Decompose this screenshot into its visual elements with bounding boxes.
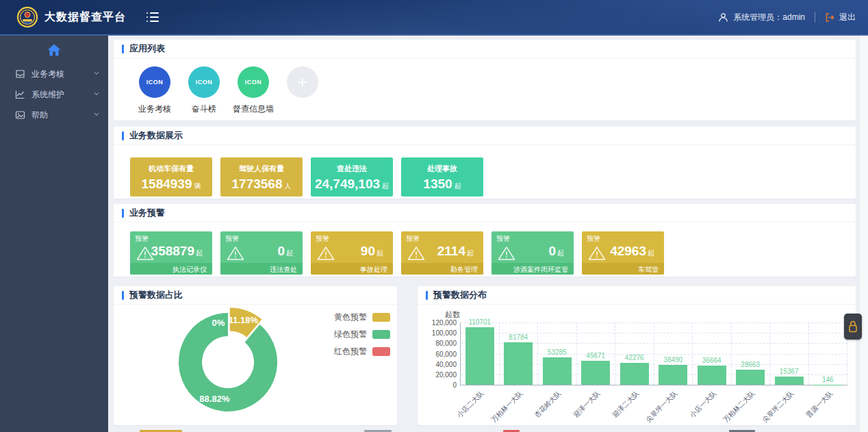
warning-unit: 起 bbox=[467, 249, 474, 257]
pie-percent-label: 11.18% bbox=[229, 315, 259, 325]
title-accent-bar bbox=[426, 291, 428, 300]
data-card-机动车保有量: 机动车保有量1584939辆 bbox=[130, 157, 212, 196]
bar-杏花岭大队[interactable] bbox=[543, 357, 572, 385]
legend-item-绿色预警[interactable]: 绿色预警 bbox=[334, 329, 390, 340]
line-chart-icon bbox=[15, 90, 25, 99]
bar-尖草坪一大队[interactable] bbox=[659, 365, 687, 385]
inbox-icon bbox=[15, 69, 25, 79]
bar-value-label: 146 bbox=[822, 376, 834, 383]
business-warning-title: 业务预警 bbox=[129, 207, 165, 219]
page-scrollbar[interactable] bbox=[859, 36, 868, 432]
bar-value-label: 28663 bbox=[741, 361, 760, 368]
bar-value-label: 38490 bbox=[663, 356, 682, 364]
title-accent-bar bbox=[122, 131, 124, 140]
legend-label: 黄色预警 bbox=[334, 312, 367, 323]
warning-tag: 预警 bbox=[587, 234, 600, 244]
bar-小店一大队[interactable] bbox=[698, 366, 726, 385]
warning-value: 90起 bbox=[361, 244, 383, 259]
bar-小店二大队[interactable] bbox=[465, 327, 494, 385]
sidebar-home-button[interactable] bbox=[0, 36, 108, 63]
warning-card-label: 勤务管理 bbox=[401, 263, 483, 275]
title-accent-bar bbox=[122, 45, 124, 53]
x-band: 尖草坪一大队 bbox=[654, 386, 693, 424]
warning-card-违法查处: 预警0起违法查处 bbox=[220, 231, 303, 275]
data-card-label: 处理事故 bbox=[427, 164, 457, 174]
x-band: 迎泽一大队 bbox=[576, 386, 615, 424]
warning-card-涉酒案件闭环监管: 预警0起涉酒案件闭环监管 bbox=[492, 231, 574, 275]
user-name: admin bbox=[782, 12, 805, 22]
sidebar-item-label: 帮助 bbox=[31, 110, 48, 121]
donut-chart: 11.18%88.82%0% bbox=[173, 307, 283, 418]
data-card-label: 查处违法 bbox=[337, 164, 367, 174]
sidebar-menu: 业务考核系统维护帮助 bbox=[0, 64, 108, 125]
panel-business-data: 业务数据展示 机动车保有量1584939辆驾驶人保有量1773568人查处违法2… bbox=[114, 127, 856, 199]
data-card-value: 24,749,103起 bbox=[315, 177, 389, 190]
app-shortcut-业务考核[interactable]: ICON业务考核 bbox=[130, 66, 179, 115]
warning-value: 0起 bbox=[548, 244, 564, 259]
warning-distribution-title: 预警数据分布 bbox=[433, 289, 487, 301]
warning-card-车驾管: 预警42963起车驾管 bbox=[582, 231, 664, 275]
pie-percent-label: 0% bbox=[212, 318, 225, 328]
app-label: 督查信息墙 bbox=[233, 103, 274, 115]
business-warning-cards: 预警358879起执法记录仪预警0起违法查处预警90起事故处理预警2114起勤务… bbox=[114, 223, 856, 275]
app-icon: ICON bbox=[188, 66, 220, 98]
panel-app-list: 应用列表 ICON业务考核ICON奋斗榜ICON督查信息墙+ bbox=[114, 40, 856, 120]
legend-item-红色预警[interactable]: 红色预警 bbox=[334, 346, 390, 357]
warning-value: 42963起 bbox=[610, 244, 654, 259]
data-card-label: 机动车保有量 bbox=[149, 164, 194, 174]
home-icon bbox=[47, 44, 61, 56]
floating-lock-button[interactable] bbox=[844, 314, 862, 340]
legend-swatch bbox=[372, 330, 390, 339]
x-axis-label: 晋源一大队 bbox=[804, 389, 834, 420]
app-list-title: 应用列表 bbox=[129, 42, 165, 55]
bar-迎泽一大队[interactable] bbox=[581, 361, 610, 385]
bar-value-label: 81784 bbox=[509, 333, 528, 341]
y-axis-tick: 0 bbox=[452, 381, 457, 389]
bar-band-迎泽一大队: 45671 bbox=[577, 322, 616, 385]
warning-card-label: 事故处理 bbox=[311, 263, 393, 275]
donut-chart-area: 11.18%88.82%0% 黄色预警绿色预警红色预警 bbox=[114, 305, 397, 424]
logout-button[interactable]: 退出 bbox=[825, 12, 856, 23]
bar-尖草坪二大队[interactable] bbox=[775, 377, 804, 385]
warning-triangle-icon bbox=[407, 246, 425, 261]
warning-unit: 起 bbox=[376, 249, 383, 257]
legend-label: 红色预警 bbox=[334, 346, 367, 357]
y-axis-tick: 40,000 bbox=[435, 360, 457, 368]
warning-ratio-title: 预警数据占比 bbox=[129, 289, 183, 301]
logout-icon bbox=[825, 12, 835, 23]
sidebar-item-label: 系统维护 bbox=[31, 89, 64, 101]
bar-value-label: 45671 bbox=[586, 352, 605, 359]
data-card-value: 1773568人 bbox=[232, 177, 292, 190]
sidebar-item-业务考核[interactable]: 业务考核 bbox=[0, 64, 108, 84]
warning-card-事故处理: 预警90起事故处理 bbox=[311, 231, 393, 275]
lock-icon bbox=[847, 320, 858, 333]
warning-card-执法记录仪: 预警358879起执法记录仪 bbox=[130, 231, 212, 275]
bar-万柏林一大队[interactable] bbox=[504, 342, 533, 385]
x-axis-label: 杏花岭大队 bbox=[533, 389, 563, 420]
user-icon bbox=[718, 12, 728, 23]
warning-tag: 预警 bbox=[496, 234, 510, 244]
warning-card-label: 涉酒案件闭环监管 bbox=[492, 263, 574, 275]
y-axis-tick: 20,000 bbox=[435, 370, 457, 378]
picture-icon bbox=[15, 110, 25, 120]
sidebar-item-系统维护[interactable]: 系统维护 bbox=[0, 85, 108, 104]
data-card-unit: 起 bbox=[382, 182, 389, 190]
user-role-label: 系统管理员： bbox=[733, 12, 782, 23]
menu-toggle-icon[interactable] bbox=[146, 12, 159, 22]
warning-tag: 预警 bbox=[316, 234, 329, 244]
app-shortcut-督查信息墙[interactable]: ICON督查信息墙 bbox=[229, 66, 278, 115]
legend-item-黄色预警[interactable]: 黄色预警 bbox=[334, 312, 390, 323]
legend-swatch bbox=[372, 313, 390, 322]
warning-value: 358879起 bbox=[151, 244, 203, 259]
app-shortcut-奋斗榜[interactable]: ICON奋斗榜 bbox=[179, 66, 229, 115]
bottom-charts-row: 预警数据占比 11.18%88.82%0% 黄色预警绿色预警红色预警 预警数据分… bbox=[114, 286, 856, 425]
add-app-button[interactable]: + bbox=[278, 66, 327, 115]
sidebar-item-帮助[interactable]: 帮助 bbox=[0, 105, 108, 125]
bar-万柏林二大队[interactable] bbox=[736, 370, 765, 385]
x-band: 万柏林一大队 bbox=[499, 386, 538, 424]
y-axis-tick: 120,000 bbox=[432, 319, 457, 327]
panel-warning-distribution: 预警数据分布 起数 020,00040,00060,00080,000100,0… bbox=[418, 286, 856, 425]
bar-迎泽二大队[interactable] bbox=[620, 363, 649, 385]
warning-triangle-icon bbox=[317, 246, 335, 261]
bar-value-label: 15367 bbox=[780, 368, 799, 375]
